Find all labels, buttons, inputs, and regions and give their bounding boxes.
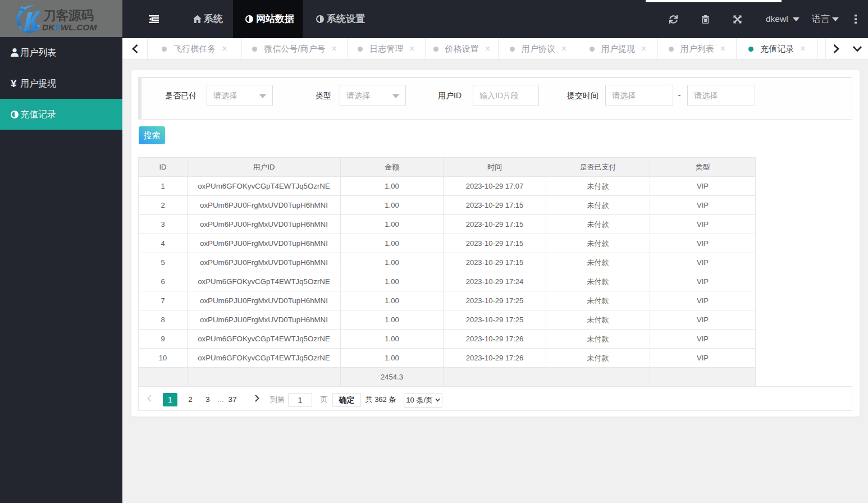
svg-text:刀客源码: 刀客源码 bbox=[43, 8, 94, 22]
svg-text:DKEWL.COM: DKEWL.COM bbox=[42, 22, 97, 32]
